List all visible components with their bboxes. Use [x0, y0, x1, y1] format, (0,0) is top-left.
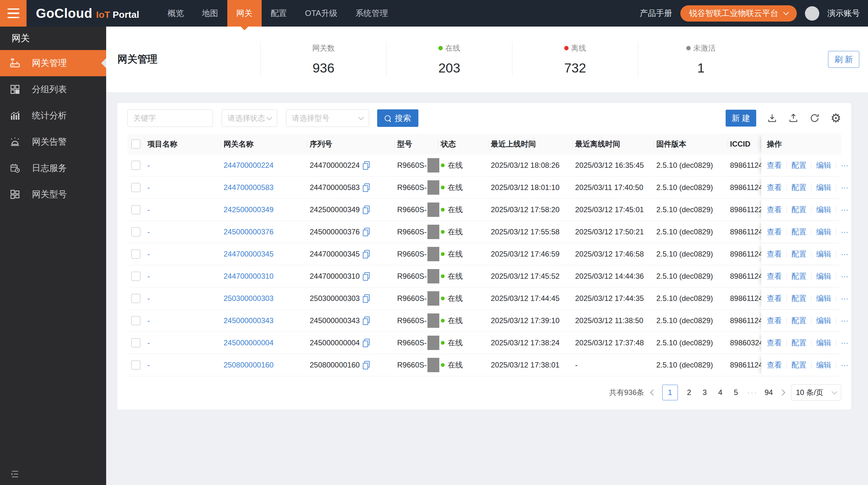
- action-link-配置[interactable]: 配置: [792, 227, 806, 237]
- project-name-link[interactable]: -: [147, 361, 150, 369]
- more-actions-link[interactable]: ···: [841, 316, 848, 325]
- more-actions-link[interactable]: ···: [841, 338, 848, 347]
- action-link-查看[interactable]: 查看: [767, 182, 782, 193]
- keyword-input[interactable]: [127, 109, 213, 127]
- create-button[interactable]: 新 建: [725, 110, 756, 126]
- page-number-2[interactable]: 2: [685, 388, 693, 397]
- gateway-name-link[interactable]: 250800000160: [223, 361, 274, 369]
- more-actions-link[interactable]: ···: [841, 294, 848, 303]
- nav-item-地图[interactable]: 地图: [193, 0, 227, 27]
- row-checkbox[interactable]: [131, 338, 141, 347]
- search-button[interactable]: 搜索: [377, 109, 418, 127]
- model-select[interactable]: 请选择型号: [286, 109, 369, 127]
- gateway-name-link[interactable]: 245000000004: [223, 338, 274, 347]
- copy-icon[interactable]: [363, 228, 370, 236]
- collapse-sidebar-icon[interactable]: [9, 469, 20, 479]
- copy-icon[interactable]: [363, 361, 370, 369]
- action-link-编辑[interactable]: 编辑: [816, 249, 831, 259]
- action-link-配置[interactable]: 配置: [792, 316, 806, 325]
- gateway-name-link[interactable]: 244700000345: [223, 250, 274, 258]
- nav-item-网关[interactable]: 网关: [227, 0, 262, 27]
- action-link-查看[interactable]: 查看: [767, 249, 782, 259]
- action-link-编辑[interactable]: 编辑: [816, 360, 831, 370]
- more-actions-link[interactable]: ···: [841, 250, 848, 258]
- more-actions-link[interactable]: ···: [841, 205, 848, 214]
- gateway-name-link[interactable]: 245000000343: [223, 316, 274, 325]
- row-checkbox[interactable]: [131, 249, 141, 259]
- page-size-select[interactable]: 10 条/页: [791, 384, 841, 401]
- next-page-icon[interactable]: [779, 389, 785, 396]
- nav-item-系统管理[interactable]: 系统管理: [346, 0, 397, 27]
- more-actions-link[interactable]: ···: [841, 183, 848, 192]
- sidebar-item-网关管理[interactable]: 网关管理: [0, 50, 106, 76]
- action-link-编辑[interactable]: 编辑: [816, 338, 831, 348]
- action-link-查看[interactable]: 查看: [767, 316, 782, 325]
- page-number-1[interactable]: 1: [662, 385, 678, 400]
- project-name-link[interactable]: -: [147, 250, 150, 258]
- row-checkbox[interactable]: [131, 294, 141, 303]
- sidebar-item-分组列表[interactable]: 分组列表: [0, 76, 106, 103]
- project-name-link[interactable]: -: [147, 294, 150, 303]
- select-all-checkbox-cell[interactable]: [127, 134, 145, 154]
- project-name-link[interactable]: -: [147, 338, 150, 347]
- copy-icon[interactable]: [363, 183, 370, 192]
- action-link-编辑[interactable]: 编辑: [816, 293, 831, 304]
- action-link-查看[interactable]: 查看: [767, 227, 782, 237]
- action-link-查看[interactable]: 查看: [767, 338, 782, 348]
- row-checkbox[interactable]: [131, 360, 141, 370]
- copy-icon[interactable]: [363, 272, 370, 281]
- project-name-link[interactable]: -: [147, 183, 150, 192]
- action-link-编辑[interactable]: 编辑: [816, 271, 831, 281]
- gateway-name-link[interactable]: 244700000310: [223, 272, 274, 281]
- gateway-name-link[interactable]: 244700000583: [223, 183, 274, 192]
- gateway-name-link[interactable]: 250300000303: [223, 294, 274, 303]
- copy-icon[interactable]: [363, 250, 370, 258]
- page-number-3[interactable]: 3: [700, 388, 709, 397]
- action-link-配置[interactable]: 配置: [792, 338, 806, 348]
- copy-icon[interactable]: [363, 294, 370, 303]
- sidebar-item-网关型号[interactable]: 网关型号: [0, 181, 106, 207]
- row-checkbox[interactable]: [131, 227, 141, 236]
- action-link-编辑[interactable]: 编辑: [816, 227, 831, 237]
- nav-item-OTA升级[interactable]: OTA升级: [296, 0, 347, 27]
- action-link-查看[interactable]: 查看: [767, 160, 782, 170]
- nav-item-概览[interactable]: 概览: [159, 0, 193, 27]
- prev-page-icon[interactable]: [650, 389, 656, 396]
- action-link-查看[interactable]: 查看: [767, 293, 782, 304]
- project-name-link[interactable]: -: [147, 161, 150, 170]
- product-manual-link[interactable]: 产品手册: [640, 8, 672, 19]
- action-link-编辑[interactable]: 编辑: [816, 160, 831, 170]
- copy-icon[interactable]: [363, 339, 370, 347]
- more-actions-link[interactable]: ···: [841, 361, 848, 369]
- row-checkbox[interactable]: [131, 272, 141, 281]
- nav-item-配置[interactable]: 配置: [262, 0, 296, 27]
- page-number-94[interactable]: 94: [764, 388, 773, 397]
- gateway-name-link[interactable]: 245000000376: [223, 228, 274, 236]
- row-checkbox[interactable]: [131, 183, 141, 192]
- action-link-配置[interactable]: 配置: [792, 205, 806, 215]
- upload-icon[interactable]: [788, 113, 799, 123]
- more-actions-link[interactable]: ···: [841, 272, 848, 281]
- sidebar-item-网关告警[interactable]: 网关告警: [0, 129, 106, 155]
- action-link-查看[interactable]: 查看: [767, 271, 782, 281]
- gateway-name-link[interactable]: 242500000349: [223, 205, 274, 214]
- status-select[interactable]: 请选择状态: [222, 109, 277, 127]
- avatar[interactable]: [805, 6, 819, 21]
- page-number-5[interactable]: 5: [732, 388, 740, 397]
- project-name-link[interactable]: -: [147, 272, 150, 281]
- refresh-icon[interactable]: [809, 113, 820, 123]
- action-link-编辑[interactable]: 编辑: [816, 316, 831, 325]
- select-all-checkbox[interactable]: [131, 139, 141, 149]
- hamburger-menu-icon[interactable]: [0, 0, 27, 27]
- row-checkbox[interactable]: [131, 205, 141, 215]
- action-link-配置[interactable]: 配置: [792, 160, 806, 170]
- sidebar-item-统计分析[interactable]: 统计分析: [0, 103, 106, 129]
- action-link-查看[interactable]: 查看: [767, 205, 782, 215]
- action-link-配置[interactable]: 配置: [792, 293, 806, 304]
- action-link-配置[interactable]: 配置: [792, 249, 806, 259]
- gateway-name-link[interactable]: 244700000224: [223, 161, 274, 170]
- sidebar-item-日志服务[interactable]: 日志服务: [0, 155, 106, 181]
- action-link-编辑[interactable]: 编辑: [816, 205, 831, 215]
- action-link-配置[interactable]: 配置: [792, 271, 806, 281]
- project-name-link[interactable]: -: [147, 316, 150, 325]
